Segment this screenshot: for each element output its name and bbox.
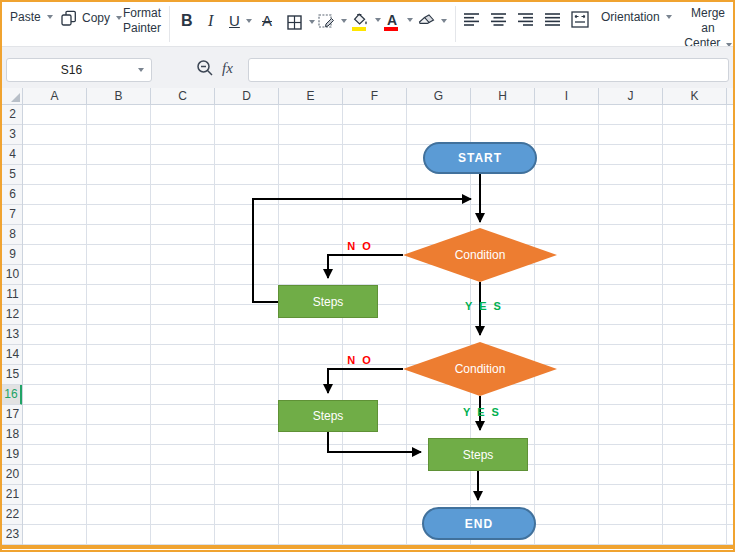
draw-border-icon <box>317 11 335 31</box>
column-header-E[interactable]: E <box>279 88 343 105</box>
flow-node-start[interactable]: START <box>423 142 537 174</box>
flow-node-steps2-label: Steps <box>313 409 344 423</box>
row-header-21[interactable]: 21 <box>2 485 23 505</box>
column-header-D[interactable]: D <box>215 88 279 105</box>
font-color-button[interactable]: A <box>383 10 413 30</box>
sheet-grid[interactable] <box>23 105 733 545</box>
justify-button[interactable] <box>545 13 561 26</box>
eraser-button[interactable] <box>417 11 447 31</box>
merge-center-label: Merge anCenter <box>683 6 733 51</box>
underline-button[interactable]: U <box>229 12 252 29</box>
borders-button[interactable] <box>285 12 315 32</box>
row-header-9[interactable]: 9 <box>2 245 23 265</box>
fill-color-icon <box>351 10 369 30</box>
underline-icon: U <box>229 12 240 29</box>
row-header-8[interactable]: 8 <box>2 225 23 245</box>
row-header-15[interactable]: 15 <box>2 365 23 385</box>
spreadsheet-window: Paste Copy FormatPainter B I U A <box>0 0 735 552</box>
row-header-20[interactable]: 20 <box>2 465 23 485</box>
column-header-H[interactable]: H <box>471 88 535 105</box>
row-header-2[interactable]: 2 <box>2 105 23 125</box>
window-bottom-border <box>2 545 733 549</box>
column-header-F[interactable]: F <box>343 88 407 105</box>
paste-button[interactable]: Paste <box>10 10 53 24</box>
row-header-22[interactable]: 22 <box>2 505 23 525</box>
row-header-10[interactable]: 10 <box>2 265 23 285</box>
format-painter-button[interactable]: FormatPainter <box>123 6 161 36</box>
column-header-J[interactable]: J <box>599 88 663 105</box>
edge-label-no2: N O <box>347 354 373 366</box>
orientation-label: Orientation <box>601 10 660 24</box>
column-header-C[interactable]: C <box>151 88 215 105</box>
column-header-A[interactable]: A <box>23 88 87 105</box>
align-right-button[interactable] <box>518 13 534 26</box>
paste-label: Paste <box>10 10 41 24</box>
row-header-6[interactable]: 6 <box>2 185 23 205</box>
edge-label-yes1: Y E S <box>465 300 503 312</box>
chevron-down-icon <box>138 68 144 72</box>
select-all-corner[interactable] <box>2 88 23 105</box>
row-header-19[interactable]: 19 <box>2 445 23 465</box>
edge-label-yes2: Y E S <box>463 406 501 418</box>
fill-color-chip <box>352 27 366 31</box>
row-header-16[interactable]: 16 <box>2 385 23 405</box>
wrap-text-icon <box>571 11 589 28</box>
orientation-button[interactable]: Orientation <box>601 10 672 24</box>
row-header-14[interactable]: 14 <box>2 345 23 365</box>
row-headers: 234567891011121314151617181920212223 <box>2 105 23 545</box>
column-header-G[interactable]: G <box>407 88 471 105</box>
align-left-button[interactable] <box>464 13 480 26</box>
chevron-down-icon <box>341 19 347 23</box>
borders-icon <box>285 12 303 32</box>
row-header-11[interactable]: 11 <box>2 285 23 305</box>
row-header-3[interactable]: 3 <box>2 125 23 145</box>
formula-input[interactable] <box>248 58 729 82</box>
row-header-12[interactable]: 12 <box>2 305 23 325</box>
flow-node-end[interactable]: END <box>422 507 536 540</box>
flow-node-steps3[interactable]: Steps <box>428 438 528 471</box>
flow-node-steps1[interactable]: Steps <box>278 285 378 318</box>
row-header-7[interactable]: 7 <box>2 205 23 225</box>
align-center-icon <box>491 13 507 26</box>
copy-button[interactable]: Copy <box>60 8 122 28</box>
flow-node-condition2-label: Condition <box>455 362 506 376</box>
column-headers: ABCDEFGHIJK <box>23 88 733 105</box>
row-header-17[interactable]: 17 <box>2 405 23 425</box>
ribbon-separator <box>169 6 170 42</box>
row-header-13[interactable]: 13 <box>2 325 23 345</box>
align-center-button[interactable] <box>491 13 507 26</box>
flow-node-end-label: END <box>465 517 493 531</box>
row-header-4[interactable]: 4 <box>2 145 23 165</box>
flow-node-steps3-label: Steps <box>463 448 494 462</box>
flow-node-steps1-label: Steps <box>313 295 344 309</box>
name-box[interactable]: S16 <box>6 58 152 82</box>
chevron-down-icon <box>375 18 381 22</box>
ribbon-toolbar: Paste Copy FormatPainter B I U A <box>2 2 733 46</box>
justify-icon <box>545 13 561 26</box>
row-header-23[interactable]: 23 <box>2 525 23 545</box>
column-header-K[interactable]: K <box>663 88 727 105</box>
column-header-I[interactable]: I <box>535 88 599 105</box>
row-header-18[interactable]: 18 <box>2 425 23 445</box>
copy-label: Copy <box>82 11 110 25</box>
wrap-text-button[interactable] <box>571 11 589 28</box>
font-color-chip <box>384 27 398 31</box>
bold-button[interactable]: B <box>181 12 193 30</box>
flow-node-start-label: START <box>458 151 502 165</box>
column-header-B[interactable]: B <box>87 88 151 105</box>
strikethrough-button[interactable]: A <box>262 12 272 29</box>
merge-center-button[interactable]: Merge anCenter <box>683 6 733 51</box>
formula-bar: S16 fx <box>2 46 733 88</box>
fill-color-button[interactable] <box>351 10 381 30</box>
chevron-down-icon <box>407 18 413 22</box>
ribbon-separator <box>455 6 456 42</box>
font-color-icon: A <box>383 10 401 30</box>
zoom-out-icon[interactable] <box>196 59 214 81</box>
format-painter-label: FormatPainter <box>123 6 161 36</box>
fx-icon[interactable]: fx <box>222 60 233 77</box>
draw-border-button[interactable] <box>317 11 347 31</box>
align-left-icon <box>464 13 480 26</box>
italic-button[interactable]: I <box>208 12 213 30</box>
flow-node-steps2[interactable]: Steps <box>278 400 378 432</box>
row-header-5[interactable]: 5 <box>2 165 23 185</box>
